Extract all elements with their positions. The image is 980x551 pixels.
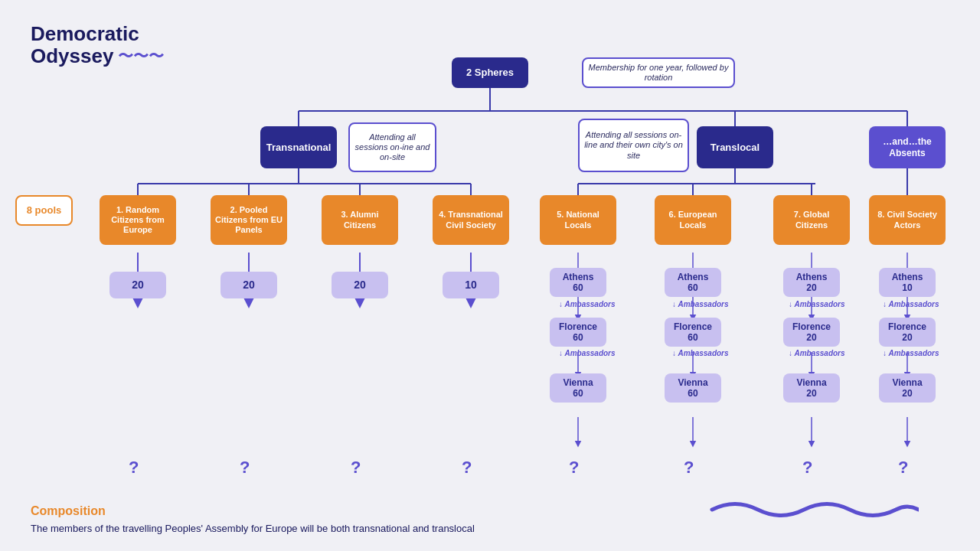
transnational-note-text: Attending all sessions on-ine and on-sit… xyxy=(353,132,432,163)
pools-label-box: 8 pools xyxy=(15,195,73,226)
translocal-label: Translocal xyxy=(710,142,760,154)
translocal-note-text: Attending all sessions on-line and their… xyxy=(583,130,684,161)
logo-text-line1: Democratic xyxy=(31,23,164,45)
pool-8-label: 8. Civil Society Actors xyxy=(874,210,941,230)
pool-4-count: 10 xyxy=(443,272,499,298)
pool-2-label: 2. Pooled Citizens from EU Panels xyxy=(215,205,283,236)
pool-6-ambassadors-1: ↓ Ambassadors xyxy=(672,300,729,308)
pool-7-label: 7. Global Citizens xyxy=(778,210,845,230)
pool-3-box: 3. Alumni Citizens xyxy=(322,195,398,245)
pool-8-vienna: Vienna 20 xyxy=(879,373,936,403)
membership-note: Membership for one year, followed by rot… xyxy=(582,57,735,88)
absents-label: …and…the Absents xyxy=(869,136,946,158)
wave-decoration xyxy=(704,494,919,528)
pool-6-ambassadors-2: ↓ Ambassadors xyxy=(672,349,729,357)
pool-1-label: 1. Random Citizens from Europe xyxy=(104,205,172,236)
pool-8-qmark: ? xyxy=(898,458,908,478)
pool-6-florence: Florence 60 xyxy=(665,318,721,347)
pool-5-box: 5. National Locals xyxy=(540,195,616,245)
logo-wave: 〜〜〜 xyxy=(118,47,164,64)
root-label: 2 Spheres xyxy=(466,67,514,79)
pool-8-ambassadors-2: ↓ Ambassadors xyxy=(883,349,939,357)
transnational-note: Attending all sessions on-ine and on-sit… xyxy=(348,122,436,172)
pool-7-qmark: ? xyxy=(802,458,812,478)
pool-5-qmark: ? xyxy=(569,458,579,478)
transnational-sphere: Transnational xyxy=(260,126,337,168)
pool-2-box: 2. Pooled Citizens from EU Panels xyxy=(211,195,287,245)
pool-4-box: 4. Transnational Civil Society xyxy=(433,195,509,245)
translocal-note: Attending all sessions on-line and their… xyxy=(578,119,689,172)
pool-3-count: 20 xyxy=(332,272,388,298)
pool-5-athens: Athens 60 xyxy=(550,268,606,297)
pool-1-qmark: ? xyxy=(129,458,139,478)
pool-6-label: 6. European Locals xyxy=(659,210,727,230)
pool-4-qmark: ? xyxy=(462,458,472,478)
absents-sphere: …and…the Absents xyxy=(869,126,946,168)
pool-8-florence: Florence 20 xyxy=(879,318,936,347)
pool-1-box: 1. Random Citizens from Europe xyxy=(100,195,176,245)
pool-7-florence: Florence 20 xyxy=(783,318,840,347)
pool-7-ambassadors-2: ↓ Ambassadors xyxy=(789,349,845,357)
pool-3-qmark: ? xyxy=(351,458,361,478)
pool-7-athens: Athens 20 xyxy=(783,268,840,297)
translocal-sphere: Translocal xyxy=(697,126,773,168)
pool-1-count: 20 xyxy=(109,272,166,298)
pool-8-ambassadors-1: ↓ Ambassadors xyxy=(883,300,939,308)
pool-5-vienna: Vienna 60 xyxy=(550,373,606,403)
membership-note-text: Membership for one year, followed by rot… xyxy=(586,63,730,83)
logo-text-line2: Odyssey 〜〜〜 xyxy=(31,45,164,67)
pool-7-box: 7. Global Citizens xyxy=(773,195,850,245)
pool-5-ambassadors-1: ↓ Ambassadors xyxy=(559,300,616,308)
pool-8-athens: Athens 10 xyxy=(879,268,936,297)
pool-6-athens: Athens 60 xyxy=(665,268,721,297)
composition-title: Composition xyxy=(31,504,475,518)
pool-5-label: 5. National Locals xyxy=(544,210,612,230)
bottom-section: Composition The members of the travellin… xyxy=(31,504,475,536)
pool-4-label: 4. Transnational Civil Society xyxy=(437,210,505,230)
pool-6-vienna: Vienna 60 xyxy=(665,373,721,403)
logo: Democratic Odyssey 〜〜〜 xyxy=(31,23,164,67)
pool-6-box: 6. European Locals xyxy=(655,195,731,245)
pools-label-text: 8 pools xyxy=(27,204,62,217)
pool-3-label: 3. Alumni Citizens xyxy=(326,210,394,230)
transnational-label: Transnational xyxy=(266,142,332,154)
pool-2-qmark: ? xyxy=(240,458,250,478)
composition-text: The members of the travelling Peoples' A… xyxy=(31,521,475,536)
pool-2-count: 20 xyxy=(220,272,277,298)
pool-6-qmark: ? xyxy=(684,458,694,478)
root-box: 2 Spheres xyxy=(452,57,528,88)
pool-8-box: 8. Civil Society Actors xyxy=(869,195,946,245)
pool-5-ambassadors-2: ↓ Ambassadors xyxy=(559,349,616,357)
pool-5-florence: Florence 60 xyxy=(550,318,606,347)
pool-7-vienna: Vienna 20 xyxy=(783,373,840,403)
pool-7-ambassadors-1: ↓ Ambassadors xyxy=(789,300,845,308)
